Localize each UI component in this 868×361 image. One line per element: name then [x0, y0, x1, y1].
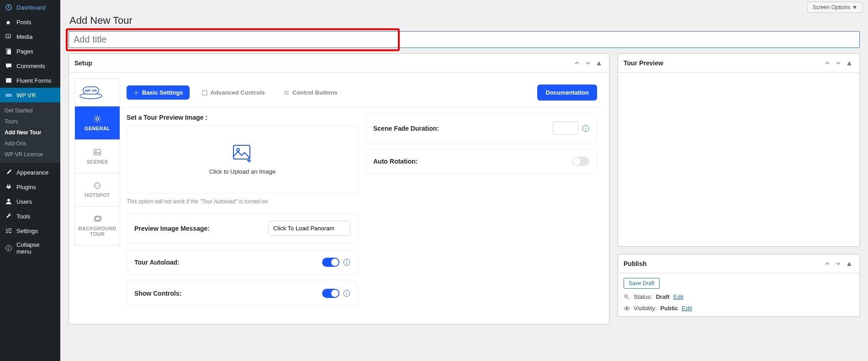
submenu-add-new-tour[interactable]: Add New Tour — [0, 127, 60, 138]
vtab-hotspot[interactable]: HOTSPOT — [74, 173, 120, 207]
svg-rect-3 — [7, 49, 11, 54]
tab-advanced-controls[interactable]: Advanced Controls — [195, 85, 271, 100]
comments-icon — [5, 62, 13, 70]
menu-label: WP VR — [16, 92, 36, 99]
layers-icon — [93, 215, 101, 223]
admin-sidebar: Dashboard Posts Media Pages Comments Flu… — [0, 0, 60, 361]
menu-fluent-forms[interactable]: Fluent Forms — [0, 73, 60, 88]
controls-icon — [283, 90, 290, 96]
menu-label: Fluent Forms — [16, 77, 52, 84]
info-icon[interactable]: i — [343, 259, 350, 266]
menu-posts[interactable]: Posts — [0, 15, 60, 29]
menu-wpvr[interactable]: WP VR — [0, 88, 60, 102]
svg-point-21 — [237, 149, 239, 151]
title-input[interactable] — [69, 31, 860, 48]
menu-label: Posts — [16, 19, 32, 26]
menu-plugins[interactable]: Plugins — [0, 180, 60, 194]
chevron-down-icon[interactable] — [834, 259, 843, 268]
key-icon — [624, 294, 630, 300]
svg-text:WP VR: WP VR — [85, 89, 97, 93]
menu-label: Media — [16, 33, 32, 40]
svg-point-18 — [135, 92, 137, 94]
svg-rect-4 — [6, 78, 11, 83]
menu-users[interactable]: Users — [0, 194, 60, 209]
preview-image-label: Set a Tour Preview Image : — [127, 114, 358, 121]
vtab-label: SCENES — [86, 159, 108, 165]
svg-rect-12 — [94, 149, 101, 155]
tab-label: Control Buttons — [292, 89, 338, 96]
caret-up-icon[interactable]: ▲ — [845, 259, 854, 268]
scene-fade-input[interactable] — [553, 122, 578, 135]
menu-label: Users — [16, 198, 32, 205]
tour-preview-body — [618, 73, 859, 246]
menu-pages[interactable]: Pages — [0, 44, 60, 58]
svg-point-11 — [96, 117, 99, 120]
vtab-label: HOTSPOT — [85, 192, 110, 198]
chevron-up-icon[interactable] — [823, 259, 832, 268]
documentation-button[interactable]: Documentation — [537, 85, 597, 101]
show-controls-toggle[interactable] — [322, 289, 339, 298]
vtab-general[interactable]: GENERAL — [74, 106, 120, 140]
collapse-icon — [5, 244, 13, 252]
target-icon — [93, 181, 101, 190]
submenu-addons[interactable]: Add-Ons — [0, 138, 60, 149]
dashboard-icon — [5, 3, 13, 11]
preview-message-input[interactable] — [268, 221, 350, 236]
media-icon — [5, 32, 13, 41]
menu-comments[interactable]: Comments — [0, 58, 60, 73]
upload-preview-image[interactable]: Click to Upload an Image — [127, 126, 358, 194]
user-icon — [5, 197, 13, 206]
svg-rect-5 — [5, 94, 12, 97]
brush-icon — [5, 168, 13, 176]
publish-title: Publish — [624, 260, 647, 267]
screen-options-label: Screen Options — [812, 4, 850, 11]
edit-visibility-link[interactable]: Edit — [682, 305, 692, 312]
menu-appearance[interactable]: Appearance — [0, 165, 60, 180]
auto-rotation-toggle[interactable] — [572, 157, 589, 166]
submenu-get-started[interactable]: Get Started — [0, 105, 60, 116]
tab-basic-settings[interactable]: Basic Settings — [127, 85, 190, 100]
menu-collapse[interactable]: Collapse menu — [0, 238, 60, 258]
caret-up-icon[interactable]: ▲ — [594, 58, 603, 68]
chevron-down-icon[interactable] — [583, 58, 593, 68]
vr-icon — [5, 91, 13, 99]
svg-rect-19 — [202, 90, 207, 95]
edit-status-link[interactable]: Edit — [673, 293, 683, 300]
menu-label: Collapse menu — [16, 241, 56, 255]
gear-icon — [93, 115, 101, 123]
tab-control-buttons[interactable]: Control Buttons — [277, 85, 344, 100]
submenu-license[interactable]: WP VR License — [0, 149, 60, 160]
chevron-down-icon[interactable] — [834, 58, 843, 68]
tour-autoload-toggle[interactable] — [322, 258, 339, 267]
pages-icon — [5, 47, 13, 55]
menu-label: Appearance — [16, 169, 48, 176]
caret-up-icon[interactable]: ▲ — [845, 58, 854, 68]
info-icon[interactable]: i — [582, 125, 589, 132]
vtab-label: BACKGROUND TOUR — [78, 226, 116, 237]
info-icon[interactable]: i — [343, 290, 350, 297]
svg-text:i: i — [585, 126, 586, 131]
menu-media[interactable]: Media — [0, 29, 60, 44]
submenu-tours[interactable]: Tours — [0, 116, 60, 127]
chevron-up-icon[interactable] — [823, 58, 832, 68]
tour-preview-title: Tour Preview — [624, 59, 663, 67]
chevron-up-icon[interactable] — [572, 58, 582, 68]
sliders-icon — [5, 227, 13, 235]
tab-label: Basic Settings — [142, 89, 183, 96]
helper-text: This option will not work if the "Tour A… — [127, 198, 358, 205]
save-draft-button[interactable]: Save Draft — [624, 278, 660, 289]
vtab-background-tour[interactable]: BACKGROUND TOUR — [74, 207, 120, 245]
image-icon — [93, 148, 101, 156]
vtab-scenes[interactable]: SCENES — [74, 140, 120, 173]
screen-options-button[interactable]: Screen Options ▼ — [807, 2, 863, 13]
menu-tools[interactable]: Tools — [0, 209, 60, 223]
plug-icon — [5, 183, 13, 191]
menu-settings[interactable]: Settings — [0, 223, 60, 238]
menu-label: Plugins — [16, 184, 36, 191]
menu-dashboard[interactable]: Dashboard — [0, 0, 60, 15]
sliders-icon — [201, 90, 208, 96]
preview-message-label: Preview Image Message: — [134, 225, 210, 232]
menu-label: Comments — [16, 63, 45, 69]
show-controls-label: Show Controls: — [134, 290, 181, 297]
gear-icon — [133, 90, 139, 96]
